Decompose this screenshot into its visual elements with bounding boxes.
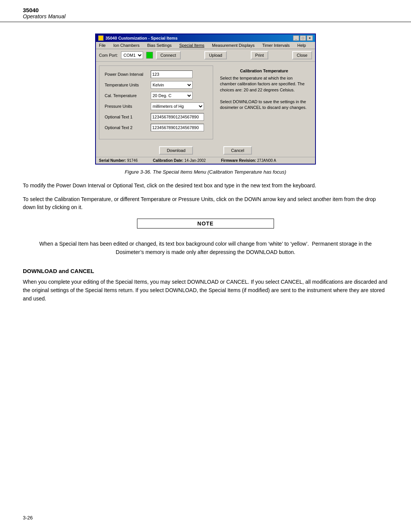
menu-timer-intervals[interactable]: Timer Intervals xyxy=(261,43,291,48)
cal-temp-label: Cal. Temperature xyxy=(105,93,148,98)
temp-units-select[interactable]: Kelvin Celsius xyxy=(151,81,193,89)
info-panel: Calibration Temperature Select the tempe… xyxy=(216,66,312,139)
win-close-btn[interactable]: × xyxy=(307,35,313,41)
connect-button[interactable]: Connect xyxy=(156,51,181,59)
status-firmware: Firmware Revision: 27JAN00 A xyxy=(221,158,276,163)
win-title-text: 35040 Customization - Special Items xyxy=(105,36,178,40)
optional-text1-input[interactable] xyxy=(151,113,204,121)
win-main: Power Down Interval Temperature Units Ke… xyxy=(96,62,315,143)
form-row-pressure: Pressure Units millimeters of Hg inches … xyxy=(105,102,207,110)
win-bottom-buttons: Download Cancel xyxy=(96,143,315,157)
power-down-input[interactable] xyxy=(151,70,193,78)
form-row-optional-text1: Optional Text 1 xyxy=(105,113,207,121)
status-firmware-value: 27JAN00 A xyxy=(257,158,276,163)
note-header: NOTE xyxy=(137,219,274,228)
menu-measurement-displays[interactable]: Measurement Displays xyxy=(210,43,256,48)
status-serial: Serial Number: 91746 xyxy=(99,158,138,163)
status-cal-date: Calibration Date: 14-Jan-2002 xyxy=(153,158,206,163)
win-maximize-btn[interactable]: □ xyxy=(300,35,306,41)
download-button[interactable]: Download xyxy=(159,146,193,155)
win-titlebar: 35040 Customization - Special Items _ □ … xyxy=(96,34,315,42)
upload-button[interactable]: Upload xyxy=(204,51,227,59)
figure-caption: Figure 3-36. The Special Items Menu (Cal… xyxy=(23,169,388,175)
info-panel-text: Select the temperature at which the ion … xyxy=(220,75,308,110)
close-button[interactable]: Close xyxy=(292,51,312,59)
cancel-button[interactable]: Cancel xyxy=(223,146,252,155)
optional-text2-input[interactable] xyxy=(151,124,204,131)
menu-file[interactable]: File xyxy=(97,43,107,48)
menu-ion-chambers[interactable]: Ion Chambers xyxy=(112,43,141,48)
win-toolbar: Com Port: COM1 Connect Upload Print Clos… xyxy=(96,49,315,62)
cal-temp-select[interactable]: 20 Deg. C 22 Deg. C xyxy=(151,92,193,99)
section-body: When you complete your editing of the Sp… xyxy=(23,278,388,303)
win-titlebar-title: 35040 Customization - Special Items xyxy=(98,35,178,41)
page-header: 35040 Operators Manual xyxy=(0,0,411,22)
body-para-2: To select the Calibration Temperature, o… xyxy=(23,195,388,212)
doc-subtitle: Operators Manual xyxy=(23,13,388,19)
page-footer: 3-26 xyxy=(23,515,33,521)
body-para-1: To modify the Power Down Interval or Opt… xyxy=(23,182,388,190)
win-app-icon xyxy=(98,35,104,41)
status-serial-value: 91746 xyxy=(127,158,138,163)
comport-label: Com Port: xyxy=(99,53,118,58)
pressure-units-select[interactable]: millimeters of Hg inches of Hg xyxy=(151,102,204,110)
menu-special-items[interactable]: Special Items xyxy=(178,43,206,48)
power-down-label: Power Down Interval xyxy=(105,72,148,77)
status-indicator xyxy=(146,52,153,59)
comport-select[interactable]: COM1 xyxy=(121,51,143,59)
note-body: When a Special Item has been edited or c… xyxy=(23,235,388,261)
doc-number: 35040 xyxy=(23,7,388,13)
pressure-units-label: Pressure Units xyxy=(105,104,148,109)
status-cal-date-value: 14-Jan-2002 xyxy=(185,158,206,163)
optional-text2-label: Optional Text 2 xyxy=(105,125,148,130)
menu-bias-settings[interactable]: Bias Settings xyxy=(146,43,173,48)
win-minimize-btn[interactable]: _ xyxy=(293,35,299,41)
optional-text1-label: Optional Text 1 xyxy=(105,115,148,119)
temp-units-label: Temperature Units xyxy=(105,83,148,87)
note-box: NOTE xyxy=(137,219,274,228)
form-row-cal-temp: Cal. Temperature 20 Deg. C 22 Deg. C xyxy=(105,92,207,99)
win-statusbar: Serial Number: 91746 Calibration Date: 1… xyxy=(96,157,315,164)
win-titlebar-controls: _ □ × xyxy=(293,35,313,41)
page-number: 3-26 xyxy=(23,515,33,521)
win-menubar: File Ion Chambers Bias Settings Special … xyxy=(96,42,315,49)
print-button[interactable]: Print xyxy=(251,51,269,59)
form-row-temp-units: Temperature Units Kelvin Celsius xyxy=(105,81,207,89)
win-dialog: 35040 Customization - Special Items _ □ … xyxy=(95,34,316,165)
menu-help[interactable]: Help xyxy=(296,43,307,48)
form-panel: Power Down Interval Temperature Units Ke… xyxy=(99,66,213,139)
info-panel-title: Calibration Temperature xyxy=(220,69,308,73)
page-content: 35040 Customization - Special Items _ □ … xyxy=(0,22,411,324)
section-heading: DOWNLOAD and CANCEL xyxy=(23,268,388,274)
form-row-power-down: Power Down Interval xyxy=(105,70,207,78)
form-row-optional-text2: Optional Text 2 xyxy=(105,124,207,131)
